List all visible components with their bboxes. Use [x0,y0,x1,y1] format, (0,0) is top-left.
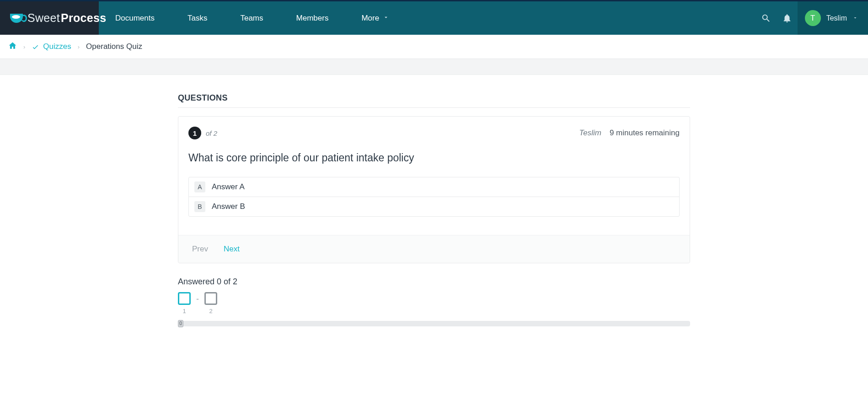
nav-more[interactable]: More [345,1,406,35]
progress-box-label: 2 [209,308,212,314]
bell-icon [782,13,792,23]
home-icon [8,41,17,50]
progress-box-1[interactable] [178,292,191,305]
breadcrumb-quizzes[interactable]: Quizzes [32,42,71,51]
progress-dash: - [196,294,199,312]
choice-label: Answer B [212,202,245,211]
choice-label: Answer A [212,182,245,192]
question-of-text: of 2 [206,129,217,137]
nav-tasks[interactable]: Tasks [171,1,224,35]
question-user: Teslim [579,128,601,138]
time-remaining: 9 minutes remaining [610,128,680,138]
progress-slider[interactable]: 0 [178,321,690,326]
search-icon [761,13,771,23]
progress-boxes: 1 - 2 [178,292,690,314]
nav-members[interactable]: Members [280,1,345,35]
logo-text-sweet: Sweet [27,11,60,25]
main-content: QUESTIONS 1 of 2 Teslim 9 minutes remain… [178,75,690,336]
answer-choice-b[interactable]: B Answer B [189,197,679,216]
breadcrumb-sep: › [23,43,25,50]
topbar: SweetProcess Documents Tasks Teams Membe… [0,1,868,35]
answer-choice-a[interactable]: A Answer A [189,177,679,197]
prev-button[interactable]: Prev [192,245,208,254]
question-text: What is core principle of our patient in… [188,151,680,165]
avatar: T [805,10,821,26]
question-number-badge: 1 [188,127,201,139]
question-header: 1 of 2 Teslim 9 minutes remaining [188,127,680,139]
search-button[interactable] [755,8,777,29]
answered-count: Answered 0 of 2 [178,277,690,287]
breadcrumb: › Quizzes › Operations Quiz [0,35,868,59]
user-name: Teslim [826,14,847,22]
breadcrumb-sep: › [78,43,80,50]
chevron-down-icon [383,14,389,23]
section-title: QUESTIONS [178,93,690,108]
breadcrumb-current: Operations Quiz [86,42,142,51]
breadcrumb-home[interactable] [8,41,17,52]
choice-key: A [194,181,205,192]
notifications-button[interactable] [777,8,798,29]
question-card: 1 of 2 Teslim 9 minutes remaining What i… [178,116,690,263]
slider-handle[interactable]: 0 [178,320,183,327]
progress-box-2[interactable] [204,292,217,305]
sub-header-bar [0,59,868,75]
answer-choices: A Answer A B Answer B [188,177,680,217]
choice-key: B [194,201,205,212]
user-menu[interactable]: T Teslim [798,1,868,35]
next-button[interactable]: Next [224,245,240,254]
main-nav: Documents Tasks Teams Members More [99,1,798,35]
progress-box-label: 1 [182,308,186,314]
question-nav: Prev Next [178,235,690,263]
check-icon [32,43,39,51]
logo[interactable]: SweetProcess [0,1,99,35]
chevron-down-icon [852,14,858,22]
nav-teams[interactable]: Teams [224,1,279,35]
logo-cup-icon [10,14,23,23]
nav-documents[interactable]: Documents [99,1,171,35]
